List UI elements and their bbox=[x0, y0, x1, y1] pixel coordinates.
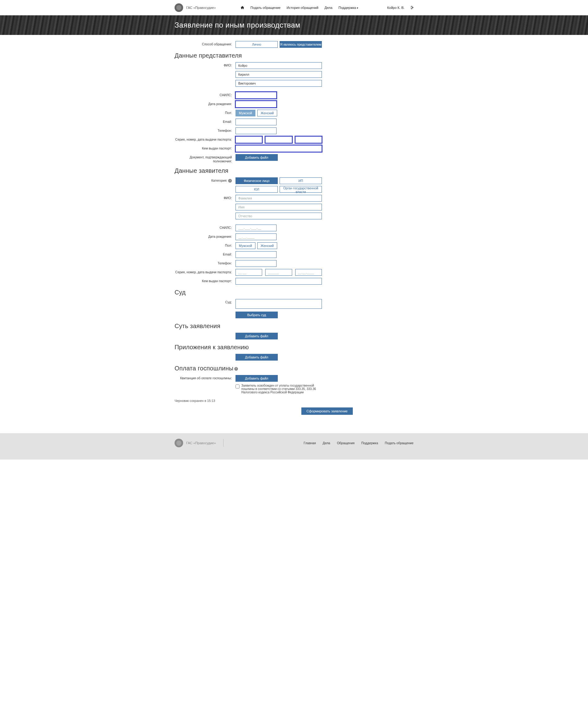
essence-add-file-button[interactable]: Добавить файл bbox=[235, 333, 278, 339]
fnav-submit[interactable]: Подать обращение bbox=[385, 441, 414, 445]
rep-name bbox=[235, 71, 322, 78]
app-name-input[interactable] bbox=[235, 204, 322, 210]
home-icon bbox=[240, 5, 245, 9]
section-representative: Данные представителя bbox=[174, 52, 414, 59]
label-app-phone: Телефон: bbox=[174, 260, 235, 265]
fee-exempt-checkbox[interactable] bbox=[235, 385, 239, 389]
app-email-input[interactable] bbox=[235, 251, 276, 258]
section-applicant: Данные заявителя bbox=[174, 167, 414, 174]
rep-phone-input[interactable] bbox=[235, 127, 276, 134]
label-rep-gender: Пол: bbox=[174, 110, 235, 115]
rep-add-file-button[interactable]: Добавить файл bbox=[235, 154, 278, 161]
cat-legal[interactable]: ЮЛ bbox=[235, 186, 278, 193]
footer-site-name: ГАС «Правосудие» bbox=[186, 441, 216, 445]
app-snils-input[interactable] bbox=[235, 225, 276, 231]
label-rep-passport-by: Кем выдан паспорт: bbox=[174, 145, 235, 150]
app-pass-number[interactable] bbox=[265, 269, 292, 276]
app-pass-series[interactable] bbox=[235, 269, 262, 276]
site-name: ГАС «Правосудие» bbox=[186, 6, 216, 9]
rep-patronymic bbox=[235, 80, 322, 87]
label-app-dob: Дата рождения: bbox=[174, 233, 235, 239]
label-rep-snils: СНИЛС: bbox=[174, 92, 235, 97]
fnav-home[interactable]: Главная bbox=[304, 441, 316, 445]
label-rep-dob: Дата рождения: bbox=[174, 101, 235, 106]
fnav-support[interactable]: Поддержка bbox=[361, 441, 378, 445]
section-fee: Оплата госпошлины? bbox=[174, 365, 414, 372]
fee-exempt-row[interactable]: Заявитель освобожден от уплаты государст… bbox=[235, 384, 322, 394]
label-category: Категория:? bbox=[174, 178, 235, 183]
submit-button[interactable]: Сформировать заявление bbox=[301, 408, 353, 415]
label-court: Суд: bbox=[174, 299, 235, 304]
court-input[interactable] bbox=[235, 299, 322, 309]
user-name[interactable]: Койро К. В. bbox=[387, 6, 404, 9]
emblem-icon bbox=[174, 3, 183, 12]
attach-add-file-button[interactable]: Добавить файл bbox=[235, 354, 278, 360]
section-essence: Суть заявления bbox=[174, 323, 414, 330]
page-title: Заявление по иным производствам bbox=[174, 21, 414, 29]
label-rep-fio: ФИО: bbox=[174, 62, 235, 67]
label-method: Cпособ обращения: bbox=[174, 41, 235, 46]
footer-divider bbox=[223, 439, 224, 447]
fee-exempt-label: Заявитель освобожден от уплаты государст… bbox=[241, 384, 322, 394]
rep-surname bbox=[235, 62, 322, 69]
footer-nav: Главная Дела Обращения Поддержка Подать … bbox=[304, 441, 414, 445]
cat-ip[interactable]: ИП bbox=[280, 178, 322, 184]
section-court: Суд bbox=[174, 289, 414, 296]
nav-cases[interactable]: Дела bbox=[324, 6, 333, 9]
rep-pass-by-input[interactable] bbox=[235, 145, 322, 152]
rep-email-input[interactable] bbox=[235, 119, 276, 125]
footer-logo[interactable]: ГАС «Правосудие» bbox=[174, 439, 216, 447]
label-receipt: Квитанция об оплате госпошлины: bbox=[174, 375, 235, 380]
app-surname-input[interactable] bbox=[235, 195, 322, 202]
method-representative[interactable]: Я являюсь представителем bbox=[280, 41, 322, 48]
rep-pass-series[interactable] bbox=[235, 136, 262, 143]
main-nav: Подать обращение История обращений Дела … bbox=[240, 5, 358, 10]
label-app-gender: Пол: bbox=[174, 242, 235, 248]
rep-dob-input[interactable] bbox=[235, 101, 276, 107]
label-app-pass-snd: Серия, номер, дата выдачи паспорта: bbox=[174, 269, 235, 274]
form: Cпособ обращения: Лично Я являюсь предст… bbox=[174, 35, 414, 427]
cat-gov[interactable]: Орган государственной власти bbox=[280, 186, 322, 193]
choose-court-button[interactable]: Выбрать суд bbox=[235, 312, 278, 318]
app-dob-input[interactable] bbox=[235, 233, 276, 240]
app-phone-input[interactable] bbox=[235, 260, 276, 267]
help-icon[interactable]: ? bbox=[228, 179, 232, 183]
app-pass-by-input[interactable] bbox=[235, 278, 322, 285]
emblem-icon bbox=[174, 439, 183, 447]
fnav-appeals[interactable]: Обращения bbox=[337, 441, 355, 445]
nav-history[interactable]: История обращений bbox=[287, 6, 318, 9]
app-patronymic-input[interactable] bbox=[235, 213, 322, 219]
label-app-fio: ФИО: bbox=[174, 195, 235, 200]
rep-gender-female[interactable]: Женский bbox=[257, 110, 277, 117]
app-gender-female[interactable]: Женский bbox=[257, 242, 277, 249]
logout-icon bbox=[410, 5, 414, 9]
label-app-email: Email: bbox=[174, 251, 235, 256]
label-rep-passport-snd: Серия, номер, дата выдачи паспорта: bbox=[174, 136, 235, 142]
nav-support[interactable]: Поддержка bbox=[338, 6, 358, 9]
label-rep-phone: Телефон: bbox=[174, 127, 235, 133]
app-gender-male[interactable]: Мужской bbox=[235, 242, 255, 249]
fee-add-file-button[interactable]: Добавить файл bbox=[235, 375, 278, 382]
section-attachments: Приложения к заявлению bbox=[174, 344, 414, 351]
rep-snils-input[interactable] bbox=[235, 92, 276, 99]
label-app-snils: СНИЛС: bbox=[174, 225, 235, 230]
footer: ГАС «Правосудие» Главная Дела Обращения … bbox=[0, 433, 588, 459]
draft-saved: Черновик сохранен в 15:13 bbox=[174, 399, 414, 402]
fnav-cases[interactable]: Дела bbox=[323, 441, 331, 445]
label-rep-email: Email: bbox=[174, 119, 235, 124]
rep-gender-male[interactable]: Мужской bbox=[235, 110, 255, 117]
app-pass-date[interactable] bbox=[295, 269, 322, 276]
header: ГАС «Правосудие» Подать обращение Истори… bbox=[0, 0, 588, 15]
logout-button[interactable] bbox=[410, 5, 414, 10]
nav-submit[interactable]: Подать обращение bbox=[251, 6, 280, 9]
help-icon[interactable]: ? bbox=[234, 367, 238, 371]
method-personal[interactable]: Лично bbox=[235, 41, 278, 48]
banner: Заявление по иным производствам bbox=[0, 15, 588, 35]
label-app-pass-by: Кем выдан паспорт: bbox=[174, 278, 235, 283]
logo-block[interactable]: ГАС «Правосудие» bbox=[174, 3, 216, 12]
label-authority-doc: Документ, подтверждающий полномочия: bbox=[174, 154, 235, 163]
rep-pass-number[interactable] bbox=[265, 136, 292, 143]
rep-pass-date[interactable] bbox=[295, 136, 322, 143]
nav-home[interactable] bbox=[240, 5, 245, 10]
cat-individual[interactable]: Физическое лицо bbox=[235, 178, 278, 184]
